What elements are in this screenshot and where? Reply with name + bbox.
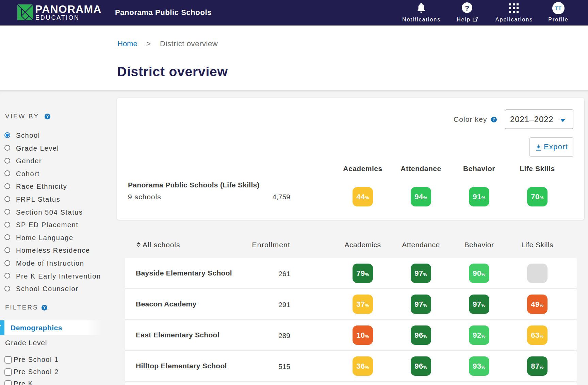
svg-text:?: ? [465,4,469,12]
